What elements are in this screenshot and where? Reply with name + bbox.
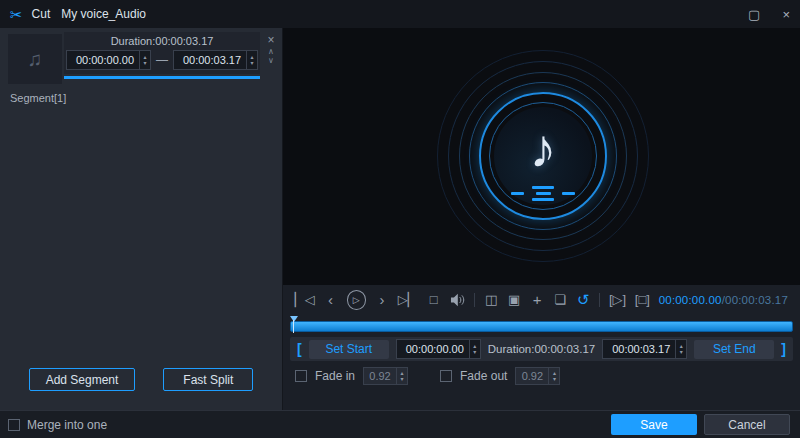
trim-end-stepper[interactable]: ▴▾ xyxy=(675,340,686,358)
window-controls: ▢ × xyxy=(748,8,790,21)
play-button[interactable]: ▷ xyxy=(347,290,367,310)
music-note-icon: ♪ xyxy=(530,121,557,175)
fade-out-label: Fade out xyxy=(460,369,507,383)
merge-checkbox[interactable] xyxy=(8,419,20,431)
current-time: 00:00:00.00 xyxy=(659,294,722,306)
fade-in-label: Fade in xyxy=(315,369,355,383)
toolbar-divider xyxy=(474,293,475,307)
fade-out-checkbox[interactable] xyxy=(440,370,452,382)
segment-end-stepper[interactable]: ▴▾ xyxy=(246,51,257,69)
segment-move-up-icon[interactable]: ∧ xyxy=(268,48,274,56)
merge-label: Merge into one xyxy=(27,418,107,432)
skip-to-start-icon[interactable]: ▏◁ xyxy=(295,293,315,306)
playhead-line xyxy=(293,320,294,333)
maximize-icon[interactable]: ▢ xyxy=(748,8,760,21)
segment-thumbnail[interactable]: ♫ xyxy=(8,34,62,84)
frame-select-icon[interactable]: ▣ xyxy=(507,293,521,306)
copy-segment-icon[interactable]: ❏ xyxy=(553,293,567,306)
reset-icon[interactable]: ↺ xyxy=(576,292,590,307)
segment-progress-bar xyxy=(64,76,260,79)
file-name: My voice_Audio xyxy=(61,7,146,21)
volume-icon[interactable] xyxy=(450,293,466,307)
timeline-track[interactable] xyxy=(290,321,793,332)
play-icon: ▷ xyxy=(353,295,360,305)
segment-end-input[interactable]: ▴▾ xyxy=(173,50,258,70)
fade-in-input[interactable]: ▴▾ xyxy=(363,367,408,385)
fade-in-value[interactable] xyxy=(364,370,396,382)
segment-label: Segment[1] xyxy=(10,92,66,104)
fast-split-button[interactable]: Fast Split xyxy=(163,368,253,391)
playhead-marker[interactable] xyxy=(290,316,298,322)
fade-out-input[interactable]: ▴▾ xyxy=(515,367,560,385)
dialog-title: Cut xyxy=(32,7,51,21)
segment-panel: ♫ Duration:00:00:03.17 ▴▾ — ▴▾ × ∧ ∨ Se xyxy=(0,28,283,410)
add-segment-icon[interactable]: + xyxy=(530,292,544,307)
editor-panel: ♪ ▏◁ ‹ ▷ › ▷▏ □ xyxy=(283,28,800,410)
fade-out-stepper[interactable]: ▴▾ xyxy=(548,368,559,384)
timeline xyxy=(290,316,793,334)
audio-preview: ♪ xyxy=(283,28,800,285)
trim-end-value[interactable] xyxy=(607,343,675,355)
range-dash: — xyxy=(156,53,168,67)
segments-view-icon[interactable]: ◫ xyxy=(484,293,498,306)
trim-controls: [ Set Start ▴▾ Duration:00:00:03.17 ▴▾ S… xyxy=(290,337,793,361)
music-note-icon: ♫ xyxy=(28,48,43,71)
trim-end-input[interactable]: ▴▾ xyxy=(602,339,687,359)
segment-close-icon[interactable]: × xyxy=(267,33,274,47)
segment-move-down-icon[interactable]: ∨ xyxy=(268,57,274,65)
fade-controls: Fade in ▴▾ Fade out ▴▾ xyxy=(295,366,560,386)
step-forward-icon[interactable]: › xyxy=(375,292,389,307)
save-button[interactable]: Save xyxy=(611,414,697,435)
trim-start-value[interactable] xyxy=(401,343,469,355)
cut-dialog: ✂ Cut My voice_Audio ▢ × ♫ Duration:00:0… xyxy=(0,0,800,438)
footer-bar: Merge into one Save Cancel xyxy=(0,410,800,438)
segment-duration-label: Duration:00:00:03.17 xyxy=(64,32,260,47)
set-end-button[interactable]: Set End xyxy=(694,340,774,359)
segment-start-value[interactable] xyxy=(71,54,139,66)
skip-to-end-icon[interactable]: ▷▏ xyxy=(398,293,418,306)
segment-start-stepper[interactable]: ▴▾ xyxy=(139,51,150,69)
fade-out-value[interactable] xyxy=(516,370,548,382)
segment-start-input[interactable]: ▴▾ xyxy=(66,50,151,70)
add-segment-button[interactable]: Add Segment xyxy=(29,368,136,391)
trim-start-input[interactable]: ▴▾ xyxy=(396,339,481,359)
time-display: 00:00:00.00/00:00:03.17 xyxy=(659,294,788,306)
total-time: /00:00:03.17 xyxy=(722,294,788,306)
close-icon[interactable]: × xyxy=(782,8,790,21)
titlebar: ✂ Cut My voice_Audio ▢ × xyxy=(0,0,800,28)
preview-clip-icon[interactable]: [▷] xyxy=(609,293,626,306)
fade-in-checkbox[interactable] xyxy=(295,370,307,382)
equalizer-marks xyxy=(511,186,575,201)
start-bracket: [ xyxy=(297,341,302,357)
end-bracket: ] xyxy=(781,341,786,357)
set-start-button[interactable]: Set Start xyxy=(309,340,389,359)
fade-in-stepper[interactable]: ▴▾ xyxy=(396,368,407,384)
step-back-icon[interactable]: ‹ xyxy=(324,292,338,307)
stop-icon[interactable]: □ xyxy=(427,293,441,306)
transport-toolbar: ▏◁ ‹ ▷ › ▷▏ □ ◫ ▣ + ❏ ↺ [▷] [□] 00 xyxy=(283,285,800,314)
trim-duration-label: Duration:00:00:03.17 xyxy=(488,343,595,355)
segment-editor: Duration:00:00:03.17 ▴▾ — ▴▾ xyxy=(64,32,260,74)
scissors-icon: ✂ xyxy=(10,7,23,22)
toolbar-divider xyxy=(599,293,600,307)
stop-clip-icon[interactable]: [□] xyxy=(635,293,650,306)
segment-end-value[interactable] xyxy=(178,54,246,66)
cancel-button[interactable]: Cancel xyxy=(704,414,790,435)
trim-start-stepper[interactable]: ▴▾ xyxy=(469,340,480,358)
